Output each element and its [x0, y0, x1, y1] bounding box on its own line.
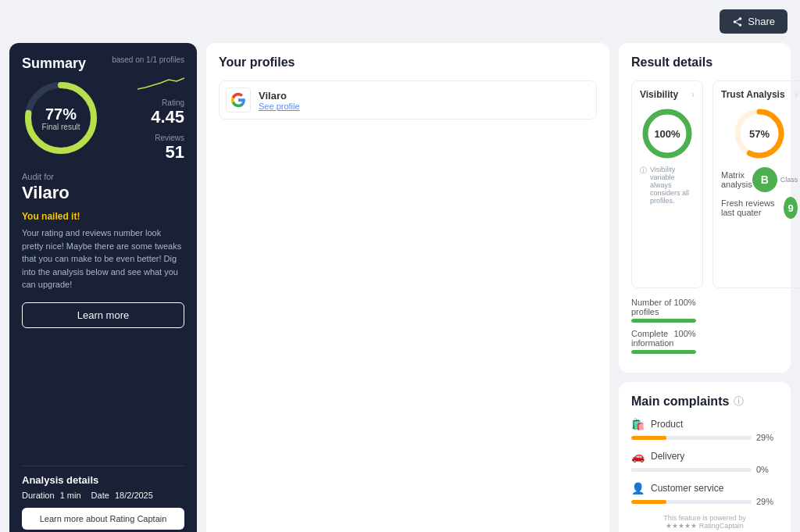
complete-info-bar-fill — [631, 350, 696, 354]
delivery-name: Delivery — [651, 451, 684, 462]
product-value: 29% — [756, 433, 778, 442]
analysis-details: Analysis details Duration 1 min Date 18/… — [22, 466, 184, 530]
cs-bar-row: 29% — [631, 497, 778, 506]
trust-donut-wrap: 57% — [732, 106, 787, 161]
b-class-letter: B — [761, 173, 769, 186]
trust-card: Trust Analysis › 57% Matrix analysis — [712, 80, 800, 288]
learn-captain-button[interactable]: Learn more about Rating Captain — [22, 508, 184, 530]
main-layout: Summary based on 1/1 profiles 77% Final … — [0, 43, 800, 532]
delivery-bar-bg — [631, 468, 752, 472]
based-on: based on 1/1 profiles — [112, 55, 184, 64]
b-class-wrap: B Class — [752, 167, 798, 192]
nailed-it: You nailed it! — [22, 211, 184, 222]
reviews-label: Reviews — [155, 134, 184, 142]
visibility-donut: 100% — [640, 106, 695, 161]
powered-by-name: ★★★★★ RatingCaptain — [631, 522, 778, 530]
delivery-icon: 🚗 — [631, 450, 645, 462]
complaint-product-header: 🛍️ Product — [631, 418, 778, 430]
see-profile-link[interactable]: See profile — [259, 102, 300, 111]
reviews-value: 51 — [155, 142, 184, 162]
delivery-bar-row: 0% — [631, 465, 778, 474]
visibility-note-icon: ⓘ — [640, 166, 647, 176]
visibility-value: 100% — [654, 128, 680, 140]
google-icon — [226, 87, 251, 112]
rating-block: Rating 4.45 — [151, 98, 184, 127]
visibility-card: Visibility › 100% ⓘ Visibility variable … — [631, 80, 703, 288]
google-logo — [230, 92, 246, 108]
duration-value: 1 min — [60, 491, 81, 500]
learn-more-button[interactable]: Learn more — [22, 302, 184, 328]
number-profiles-label: Number of profiles — [631, 298, 673, 316]
trust-title: Trust Analysis — [721, 89, 798, 100]
nailed-desc: Your rating and reviews number look pret… — [22, 227, 184, 291]
complaint-product: 🛍️ Product 29% — [631, 418, 778, 442]
bottom-metrics: Number of profiles 100% Complete informa… — [631, 298, 778, 360]
number-profiles-section: Number of profiles 100% Complete informa… — [631, 298, 696, 360]
product-bar-fill — [631, 436, 666, 440]
profile-item: Vilaro See profile — [219, 80, 597, 120]
complaint-customer-service: 👤 Customer service 29% — [631, 482, 778, 506]
share-icon — [732, 16, 743, 27]
score-percent: 77% — [42, 105, 80, 123]
complaints-info-icon: ⓘ — [734, 395, 744, 409]
score-label: Final result — [42, 123, 80, 131]
complete-info-header: Complete information 100% — [631, 329, 696, 348]
visibility-note-text: Visibility variable always considers all… — [650, 166, 695, 205]
profile-info: Vilaro See profile — [259, 90, 300, 111]
complete-info-label: Complete information — [631, 329, 673, 348]
visibility-note: ⓘ Visibility variable always considers a… — [640, 166, 695, 205]
share-button[interactable]: Share — [720, 9, 788, 34]
audit-label: Audit for — [22, 172, 184, 181]
matrix-label: Matrix analysis — [721, 170, 752, 189]
reviews-block: Reviews 51 — [155, 134, 184, 162]
cs-bar-fill — [631, 500, 666, 504]
profiles-panel: Your profiles Vilaro See profile — [206, 43, 609, 532]
analysis-title: Analysis details — [22, 474, 184, 486]
rating-chart — [138, 73, 184, 92]
complete-info-progress: Complete information 100% — [631, 329, 696, 354]
summary-panel: Summary based on 1/1 profiles 77% Final … — [9, 43, 197, 532]
trust-value: 57% — [749, 128, 770, 140]
complaint-delivery: 🚗 Delivery 0% — [631, 450, 778, 474]
analysis-meta: Duration 1 min Date 18/2/2025 — [22, 491, 184, 500]
result-details-card: Result details Visibility › 100% ⓘ — [619, 43, 791, 373]
number-profiles-value: 100% — [673, 298, 695, 316]
trust-donut: 57% — [721, 106, 798, 161]
matrix-section: Matrix analysis B Class Fresh reviews la… — [721, 167, 798, 219]
cs-bar-bg — [631, 500, 752, 504]
score-text: 77% Final result — [42, 105, 80, 131]
number-profiles-bar-fill — [631, 319, 696, 323]
rating-value: 4.45 — [151, 107, 184, 127]
visibility-arrow[interactable]: › — [691, 89, 695, 100]
visibility-donut-wrap: 100% — [640, 106, 695, 161]
complaints-card: Main complaints ⓘ 🛍️ Product 29% 🚗 Deliv… — [619, 382, 791, 532]
profiles-list: Vilaro See profile — [219, 80, 597, 120]
complete-info-bar-bg — [631, 350, 696, 354]
score-circle: 77% Final result — [22, 79, 100, 157]
matrix-row: Matrix analysis B Class — [721, 167, 798, 192]
cs-name: Customer service — [651, 483, 723, 494]
result-details-title: Result details — [631, 55, 778, 70]
share-label: Share — [748, 16, 775, 27]
fresh-badge: 9 — [784, 197, 798, 219]
number-profiles-bar-bg — [631, 319, 696, 323]
b-class-badge: B — [752, 167, 777, 192]
top-bar: Share — [0, 0, 800, 43]
complaint-cs-header: 👤 Customer service — [631, 482, 778, 495]
trust-arrow[interactable]: › — [795, 89, 798, 100]
rating-reviews: Rating 4.45 Reviews 51 — [138, 73, 184, 162]
score-section: 77% Final result Rating 4.45 Reviews 51 — [22, 73, 184, 162]
date-value: 18/2/2025 — [115, 491, 153, 500]
duration-label: Duration — [22, 491, 55, 500]
fresh-value: 9 — [788, 202, 794, 214]
rating-label: Rating — [151, 98, 184, 107]
fresh-label: Fresh reviews last quater — [721, 198, 784, 217]
b-class-label: Class — [780, 176, 798, 184]
product-icon: 🛍️ — [631, 418, 645, 430]
cs-icon: 👤 — [631, 482, 645, 495]
product-bar-bg — [631, 436, 752, 440]
number-profiles-progress: Number of profiles 100% — [631, 298, 696, 323]
audit-name: Vilaro — [22, 183, 184, 203]
date-label: Date — [91, 491, 109, 500]
number-profiles-header: Number of profiles 100% — [631, 298, 696, 316]
